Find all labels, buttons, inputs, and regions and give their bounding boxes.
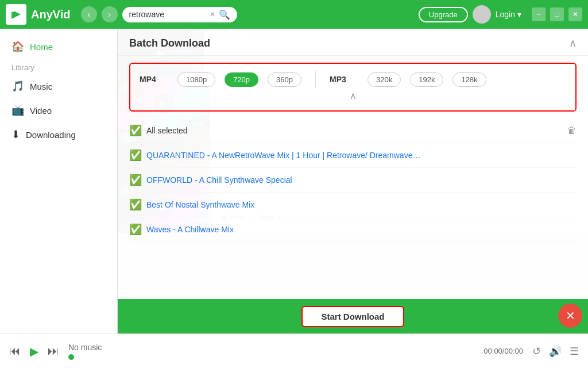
main-area: 🏠 Home Library 🎵 Music 📺 Video ⬇ Downloa… xyxy=(0,29,588,334)
search-bar[interactable]: retrowave ✕ 🔍 xyxy=(122,7,237,22)
search-icon[interactable]: 🔍 xyxy=(219,9,230,20)
download-footer: Start Download xyxy=(118,299,588,334)
app-logo xyxy=(6,4,26,25)
content-area: ▶ 19M views · 2 years ago ✓ ▶ NEW xyxy=(118,29,588,334)
time-display: 00:00/00:00 xyxy=(483,347,523,355)
sidebar-item-home[interactable]: 🏠 Home xyxy=(0,34,117,59)
close-button[interactable]: ✕ xyxy=(568,7,582,21)
list-item: ✅ OFFWORLD - A Chill Synthwave Special xyxy=(129,168,577,193)
format-360p[interactable]: 360p xyxy=(268,72,301,87)
music-icon: 🎵 xyxy=(11,80,24,93)
sidebar: 🏠 Home Library 🎵 Music 📺 Video ⬇ Downloa… xyxy=(0,29,118,334)
loop-icon[interactable]: ↺ xyxy=(532,345,541,358)
app-name: AnyVid xyxy=(31,8,71,21)
collapse-arrow[interactable]: ∧ xyxy=(140,88,566,103)
close-x-icon: ✕ xyxy=(566,309,575,323)
player-icons: ↺ 🔊 ☰ xyxy=(532,345,579,358)
format-720p[interactable]: 720p xyxy=(225,72,258,87)
format-1080p[interactable]: 1080p xyxy=(177,72,215,87)
close-panel-button[interactable]: ✕ xyxy=(558,304,582,328)
maximize-button[interactable]: □ xyxy=(550,7,564,21)
playlist-icon[interactable]: ☰ xyxy=(570,345,579,358)
format-divider xyxy=(315,71,316,88)
sidebar-label-downloading: Downloading xyxy=(26,130,76,140)
download-icon: ⬇ xyxy=(11,128,20,141)
sidebar-item-music[interactable]: 🎵 Music xyxy=(0,74,117,98)
mp3-label-header: MP3 xyxy=(330,75,358,84)
item-check-icon-3: ✅ xyxy=(129,198,142,211)
item-check-icon-4: ✅ xyxy=(129,223,142,236)
back-button[interactable]: ‹ xyxy=(81,6,97,22)
format-row: MP4 1080p 720p 360p MP3 320k 192k 128k xyxy=(140,71,566,88)
all-selected-check-icon: ✅ xyxy=(129,124,142,137)
list-item: ✅ QUARANTINED - A NewRetroWave Mix | 1 H… xyxy=(129,143,577,168)
no-music-label: No music xyxy=(68,343,102,352)
sidebar-item-downloading[interactable]: ⬇ Downloading xyxy=(0,122,117,147)
items-header: ✅ All selected 🗑 xyxy=(129,118,577,143)
list-item: ✅ Waves - A Chillwave Mix xyxy=(129,217,577,242)
item-title-1: QUARANTINED - A NewRetroWave Mix | 1 Hou… xyxy=(146,151,422,160)
panel-collapse-button[interactable]: ∧ xyxy=(569,37,577,49)
avatar xyxy=(473,5,491,24)
next-button[interactable]: ⏭ xyxy=(48,344,59,358)
mp4-label-header: MP4 xyxy=(140,75,168,84)
item-check-icon-2: ✅ xyxy=(129,174,142,186)
progress-dot xyxy=(68,354,74,360)
item-title-3: Best Of Nostal Synthwave Mix xyxy=(146,200,254,209)
sidebar-label-video: Video xyxy=(30,106,52,116)
library-label: Library xyxy=(0,59,117,74)
home-icon: 🏠 xyxy=(11,40,24,53)
search-clear-icon[interactable]: ✕ xyxy=(210,10,215,18)
start-download-button[interactable]: Start Download xyxy=(301,306,404,327)
items-list: ✅ All selected 🗑 ✅ QUARANTINED - A NewRe… xyxy=(118,118,588,299)
sidebar-label-home: Home xyxy=(30,42,53,52)
login-label: Login xyxy=(496,10,515,19)
item-title-2: OFFWORLD - A Chill Synthwave Special xyxy=(146,175,292,185)
search-text: retrowave xyxy=(129,10,206,19)
batch-download-panel: Batch Download ∧ MP4 1080p 720p 360p MP3… xyxy=(118,29,588,334)
panel-header: Batch Download ∧ xyxy=(118,29,588,56)
login-button[interactable]: Login ▾ xyxy=(496,10,521,19)
svg-rect-1 xyxy=(10,9,14,12)
delete-icon[interactable]: 🗑 xyxy=(567,125,577,136)
format-128k[interactable]: 128k xyxy=(452,72,486,87)
player-bar: ⏮ ▶ ⏭ No music 00:00/00:00 ↺ 🔊 ☰ xyxy=(0,334,588,368)
volume-icon[interactable]: 🔊 xyxy=(549,345,562,358)
minimize-button[interactable]: − xyxy=(532,7,546,21)
format-selector: MP4 1080p 720p 360p MP3 320k 192k 128k ∧ xyxy=(129,63,577,112)
sidebar-item-video[interactable]: 📺 Video xyxy=(0,98,117,122)
all-selected-label: All selected xyxy=(146,126,188,135)
format-320k[interactable]: 320k xyxy=(368,72,401,87)
item-title-4: Waves - A Chillwave Mix xyxy=(146,225,234,234)
panel-title: Batch Download xyxy=(129,37,210,49)
upgrade-button[interactable]: Upgrade xyxy=(419,7,468,22)
format-192k[interactable]: 192k xyxy=(410,72,443,87)
titlebar: AnyVid ‹ › retrowave ✕ 🔍 Upgrade Login ▾… xyxy=(0,0,588,29)
forward-button[interactable]: › xyxy=(102,6,118,22)
sidebar-label-music: Music xyxy=(30,82,52,91)
window-controls: − □ ✕ xyxy=(532,7,582,21)
player-info: No music xyxy=(68,343,102,360)
login-dropdown-icon: ▾ xyxy=(517,10,521,19)
list-item: ✅ Best Of Nostal Synthwave Mix xyxy=(129,193,577,217)
items-header-left: ✅ All selected xyxy=(129,124,188,137)
item-check-icon-1: ✅ xyxy=(129,149,142,162)
prev-button[interactable]: ⏮ xyxy=(9,344,21,358)
video-icon: 📺 xyxy=(11,104,24,117)
play-pause-button[interactable]: ▶ xyxy=(30,344,38,358)
